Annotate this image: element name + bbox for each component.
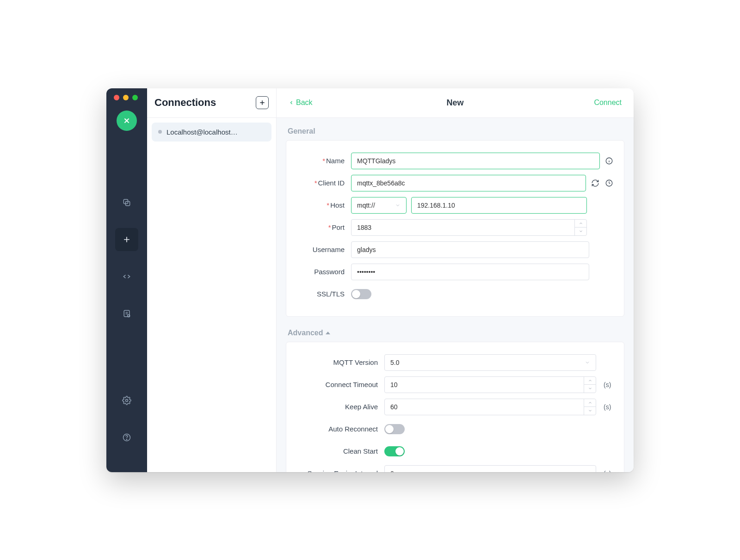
maximize-window-button[interactable] [132,95,138,100]
password-input[interactable] [351,264,589,280]
refresh-icon[interactable] [591,178,600,188]
general-card: *Name *Client ID [286,140,624,317]
port-label: Port [332,223,345,231]
seconds-suffix: (s) [604,403,614,411]
connection-item-label: Localhost@localhost… [166,128,238,136]
page-title: New [446,98,463,108]
connect-timeout-label: Connect Timeout [326,381,378,388]
seconds-suffix: (s) [604,470,614,472]
client-id-input[interactable] [351,175,586,191]
nav-connections-button[interactable] [115,191,138,214]
auto-reconnect-label: Auto Reconnect [328,425,378,433]
keepalive-step-down[interactable] [584,407,596,415]
connections-title: Connections [154,97,216,109]
connect-timeout-input[interactable] [384,376,596,393]
auto-reconnect-toggle[interactable] [384,424,405,434]
gear-icon [122,396,131,405]
port-step-up[interactable] [575,220,586,228]
chevron-down-icon [585,360,590,365]
connections-panel: Connections Localhost@localhost… [147,88,277,472]
log-icon [122,309,131,318]
ssltls-label: SSL/TLS [317,290,345,298]
app-window: Connections Localhost@localhost… Back N [106,88,634,472]
username-label: Username [313,246,345,253]
clean-start-label: Clean Start [343,447,378,455]
host-input[interactable] [411,197,587,214]
host-protocol-value: mqtt:// [357,202,375,209]
nav-settings-button[interactable] [115,389,138,412]
close-window-button[interactable] [114,95,119,100]
back-button[interactable]: Back [289,98,313,107]
caret-up-icon [326,332,330,334]
mqtt-version-select[interactable]: 5.0 [384,354,596,371]
info-icon[interactable] [604,156,614,166]
chevron-left-icon [289,100,294,105]
advanced-section-label[interactable]: Advanced [288,329,624,337]
copy-stack-icon [122,198,131,207]
connection-item[interactable]: Localhost@localhost… [152,123,271,142]
port-input[interactable] [351,219,587,236]
keep-alive-label: Keep Alive [345,403,378,411]
svg-point-4 [126,399,128,401]
mqtt-version-value: 5.0 [390,359,399,366]
host-label: Host [330,201,345,209]
ssltls-toggle[interactable] [351,289,371,299]
advanced-card: MQTT Version 5.0 Connect Timeout [286,342,624,472]
name-input[interactable] [351,153,600,169]
connect-button[interactable]: Connect [594,98,622,107]
history-icon[interactable] [604,178,614,188]
nav-new-button[interactable] [115,228,138,251]
clean-start-toggle[interactable] [384,446,405,456]
plus-icon [122,235,131,244]
nav-help-button[interactable] [115,426,138,449]
help-icon [122,433,131,442]
seconds-suffix: (s) [604,381,614,388]
code-icon [122,272,131,281]
main-panel: Back New Connect General *Name [277,88,634,472]
nav-rail [106,88,147,472]
host-protocol-select[interactable]: mqtt:// [351,197,407,214]
username-input[interactable] [351,241,589,258]
timeout-step-up[interactable] [584,377,596,385]
keep-alive-input[interactable] [384,399,596,415]
general-section-label: General [288,127,624,135]
chevron-down-icon [395,203,401,208]
client-id-label: Client ID [318,179,345,187]
nav-scripts-button[interactable] [115,265,138,288]
nav-logs-button[interactable] [115,302,138,325]
back-label: Back [296,98,313,107]
add-connection-button[interactable] [256,96,269,109]
password-label: Password [314,268,345,276]
svg-point-6 [126,439,127,439]
name-label: Name [326,157,345,165]
svg-rect-2 [124,310,130,316]
session-expiry-label: Session Expiry Interval [307,469,378,472]
app-logo [117,111,137,131]
mqtt-version-label: MQTT Version [333,358,378,366]
session-expiry-input[interactable] [384,465,596,472]
minimize-window-button[interactable] [123,95,129,100]
keepalive-step-up[interactable] [584,399,596,407]
main-header: Back New Connect [277,88,634,118]
window-traffic-lights [114,95,138,100]
plus-icon [259,99,266,106]
timeout-step-down[interactable] [584,385,596,393]
port-step-down[interactable] [575,228,586,235]
form-scroll[interactable]: General *Name *Client ID [277,118,634,472]
status-dot-icon [158,130,162,134]
